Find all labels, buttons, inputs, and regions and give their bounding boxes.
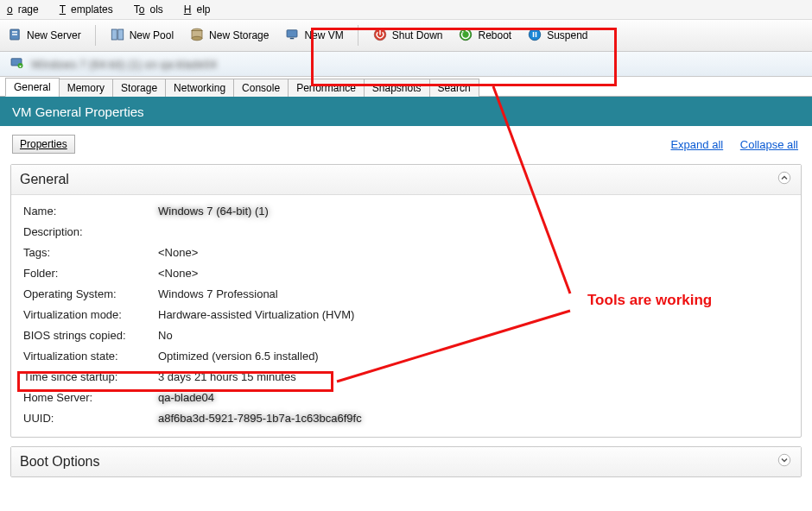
section-general: General Name:Windows 7 (64-bit) (1) Desc… (10, 164, 802, 438)
value-virt-mode: Hardware-assisted Virtualization (HVM) (158, 308, 789, 321)
value-home-server: qa-blade04 (158, 391, 789, 404)
svg-point-18 (778, 172, 790, 184)
label-os: Operating System: (23, 287, 158, 300)
storage-icon (189, 27, 205, 45)
value-tags: <None> (158, 246, 789, 259)
reboot-button[interactable]: Reboot (454, 25, 515, 47)
row-os: Operating System:Windows 7 Professional (23, 283, 789, 304)
new-vm-label: New VM (304, 29, 343, 41)
section-boot-options: Boot Options (10, 446, 802, 477)
label-folder: Folder: (23, 267, 158, 280)
svg-point-13 (529, 28, 541, 41)
tab-snapshots[interactable]: Snapshots (364, 79, 430, 97)
tab-bar: General Memory Storage Networking Consol… (0, 77, 812, 97)
properties-button[interactable]: Properties (12, 135, 75, 154)
svg-rect-2 (12, 34, 17, 35)
label-uptime: Time since startup: (23, 370, 158, 383)
vm-breadcrumb: Windows 7 (64-bit) (1) on qa-blade04 (0, 52, 812, 77)
row-tags: Tags:<None> (23, 242, 789, 262)
new-pool-label: New Pool (130, 29, 174, 41)
new-storage-label: New Storage (209, 29, 269, 41)
general-properties-table: Name:Windows 7 (64-bit) (1) Description:… (11, 195, 801, 437)
expand-all-link[interactable]: Expand all (670, 138, 723, 151)
value-uuid: a8f6ba3d-5921-7895-1b7a-1c63bca6f9fc (158, 412, 789, 425)
svg-rect-8 (287, 29, 297, 36)
reboot-label: Reboot (478, 29, 511, 41)
new-storage-button[interactable]: New Storage (186, 25, 272, 47)
label-tags: Tags: (23, 246, 158, 259)
chevron-up-icon (777, 170, 792, 189)
shut-down-button[interactable]: Shut Down (369, 25, 447, 47)
pool-icon (110, 27, 125, 45)
server-icon (7, 27, 22, 45)
new-vm-button[interactable]: New VM (281, 25, 346, 47)
toolbar-separator (358, 25, 358, 46)
vm-running-icon (9, 55, 24, 73)
label-description: Description: (23, 225, 158, 238)
pause-icon (527, 27, 542, 45)
tab-performance[interactable]: Performance (288, 79, 365, 97)
menu-help[interactable]: Help (179, 2, 221, 17)
row-bios: BIOS strings copied:No (23, 325, 789, 345)
section-boot-title: Boot Options (20, 454, 100, 470)
section-general-title: General (20, 172, 69, 187)
svg-point-19 (778, 454, 790, 466)
label-bios: BIOS strings copied: (23, 329, 158, 342)
svg-rect-4 (117, 29, 123, 40)
value-uptime: 3 days 21 hours 15 minutes (158, 370, 789, 383)
suspend-button[interactable]: Suspend (523, 25, 591, 47)
chevron-down-icon (777, 452, 792, 471)
row-virt-mode: Virtualization mode:Hardware-assisted Vi… (23, 304, 789, 325)
row-folder: Folder:<None> (23, 262, 789, 283)
svg-rect-3 (111, 29, 117, 40)
new-pool-button[interactable]: New Pool (106, 25, 177, 47)
label-name: Name: (23, 205, 158, 218)
value-folder: <None> (158, 267, 789, 280)
value-bios: No (158, 329, 789, 342)
row-name: Name:Windows 7 (64-bit) (1) (23, 200, 789, 221)
toolbar: New Server New Pool New Storage New VM S… (0, 19, 812, 52)
suspend-label: Suspend (547, 29, 587, 41)
page-header: VM General Properties (0, 97, 812, 126)
tab-general[interactable]: General (5, 78, 60, 97)
section-general-header[interactable]: General (11, 165, 801, 195)
tab-search[interactable]: Search (429, 79, 479, 97)
tab-networking[interactable]: Networking (165, 79, 234, 97)
svg-rect-1 (12, 31, 17, 33)
row-description: Description: (23, 221, 789, 242)
tab-console[interactable]: Console (233, 79, 289, 97)
new-server-label: New Server (27, 29, 81, 41)
new-server-button[interactable]: New Server (3, 25, 85, 47)
svg-rect-14 (533, 32, 535, 37)
svg-rect-15 (536, 32, 537, 37)
row-virt-state: Virtualization state:Optimized (version … (23, 345, 789, 366)
row-uptime: Time since startup:3 days 21 hours 15 mi… (23, 366, 789, 387)
toolbar-separator (95, 25, 96, 46)
shut-down-label: Shut Down (392, 29, 443, 41)
row-uuid: UUID:a8f6ba3d-5921-7895-1b7a-1c63bca6f9f… (23, 407, 789, 428)
label-home-server: Home Server: (23, 391, 158, 404)
expand-collapse-links: Expand all Collapse all (657, 138, 798, 151)
menu-storage[interactable]: orage (2, 2, 49, 17)
vm-icon (284, 27, 300, 45)
collapse-all-link[interactable]: Collapse all (740, 138, 798, 151)
menu-templates[interactable]: Templates (54, 2, 124, 17)
label-uuid: UUID: (23, 412, 158, 425)
section-boot-header[interactable]: Boot Options (11, 447, 801, 476)
menu-tools[interactable]: Tools (129, 2, 174, 17)
tab-memory[interactable]: Memory (59, 79, 113, 97)
value-virt-state: Optimized (version 6.5 installed) (158, 350, 789, 363)
svg-rect-9 (290, 37, 295, 39)
vm-name: Windows 7 (64-bit) (1) on qa-blade04 (31, 58, 217, 71)
content-body: Properties Expand all Collapse all Gener… (0, 126, 812, 511)
page-title: VM General Properties (12, 104, 144, 119)
value-name: Windows 7 (64-bit) (1) (158, 205, 789, 218)
value-os: Windows 7 Professional (158, 287, 789, 300)
tab-storage[interactable]: Storage (112, 79, 166, 97)
power-icon (372, 27, 388, 45)
svg-point-7 (192, 36, 202, 41)
label-virt-state: Virtualization state: (23, 350, 158, 363)
label-virt-mode: Virtualization mode: (23, 308, 158, 321)
reboot-icon (458, 27, 473, 45)
menu-bar: orage Templates Tools Help (0, 0, 812, 19)
